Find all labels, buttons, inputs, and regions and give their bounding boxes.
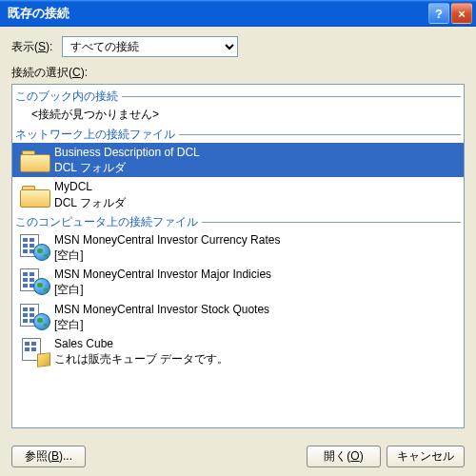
item-sub: DCL フォルダ (54, 195, 460, 210)
workbook-empty-msg: <接続が見つかりません> (12, 105, 464, 125)
item-title: MSN MoneyCentral Investor Stock Quotes (54, 302, 460, 317)
show-select[interactable]: すべての接続 (62, 36, 238, 57)
list-item[interactable]: MyDCL DCL フォルダ (12, 177, 464, 211)
item-sub: [空白] (54, 248, 460, 263)
item-sub: [空白] (54, 282, 460, 297)
open-button[interactable]: 開く(O) (307, 446, 381, 467)
connection-file-icon (20, 304, 50, 330)
item-sub: これは販売キューブ データです。 (54, 351, 460, 367)
window-title: 既存の接続 (8, 5, 426, 22)
item-title: Sales Cube (54, 336, 460, 351)
list-item[interactable]: MSN MoneyCentral Investor Major Indicies… (12, 265, 464, 299)
dialog-footer: 参照(B)... 開く(O) キャンセル (0, 436, 476, 476)
section-header-network: ネットワーク上の接続ファイル (12, 127, 464, 143)
folder-icon (20, 149, 50, 171)
item-sub: DCL フォルダ (54, 160, 460, 175)
item-title: MSN MoneyCentral Investor Major Indicies (54, 267, 460, 282)
connection-file-icon (20, 268, 50, 295)
section-header-computer: このコンピュータ上の接続ファイル (12, 214, 464, 230)
folder-icon (20, 184, 50, 207)
item-title: MSN MoneyCentral Investor Currency Rates (54, 232, 460, 248)
list-item[interactable]: Sales Cube これは販売キューブ データです。 (12, 334, 464, 368)
show-label: 表示(S): (11, 39, 52, 55)
section-header-workbook: このブック内の接続 (12, 89, 464, 105)
choose-label: 接続の選択(C): (11, 65, 465, 81)
list-item[interactable]: MSN MoneyCentral Investor Currency Rates… (12, 230, 464, 265)
title-bar: 既存の接続 ? × (0, 0, 476, 27)
close-button[interactable]: × (451, 3, 472, 24)
cancel-button[interactable]: キャンセル (387, 446, 465, 467)
connections-listbox[interactable]: このブック内の接続 <接続が見つかりません> ネットワーク上の接続ファイル Bu… (11, 84, 465, 428)
item-title: MyDCL (54, 179, 460, 194)
help-button[interactable]: ? (428, 3, 449, 24)
show-row: 表示(S): すべての接続 (11, 36, 465, 57)
list-item[interactable]: MSN MoneyCentral Investor Stock Quotes [… (12, 300, 464, 334)
item-sub: [空白] (54, 317, 460, 332)
item-title: Business Description of DCL (54, 145, 460, 160)
connection-file-icon (20, 234, 50, 261)
list-item[interactable]: Business Description of DCL DCL フォルダ (12, 143, 464, 177)
browse-button[interactable]: 参照(B)... (11, 446, 86, 467)
cube-file-icon (22, 338, 49, 365)
